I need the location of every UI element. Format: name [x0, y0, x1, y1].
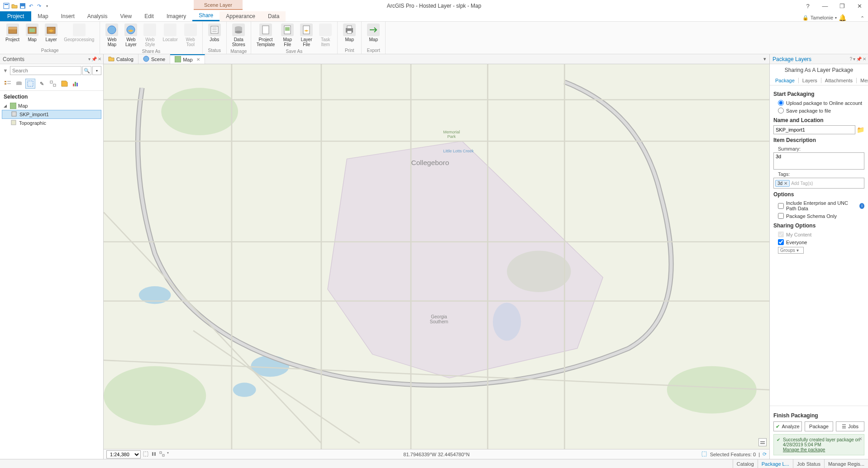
bottom-tab-manage-regis[interactable]: Manage Regis... — [824, 459, 868, 468]
search-icon[interactable]: 🔍 — [82, 66, 91, 75]
status-jobs-button[interactable]: Jobs — [205, 23, 224, 43]
tag-remove-icon[interactable]: ✕ — [784, 181, 787, 186]
svg-rect-68 — [162, 454, 164, 456]
ribbon-group-status-title: Status — [205, 47, 224, 53]
tree-root-map[interactable]: ◢ Map — [2, 102, 101, 110]
radio-upload-online[interactable] — [778, 100, 784, 106]
ribbon-tab-view[interactable]: View — [114, 11, 138, 21]
bottom-tab-job-status[interactable]: Job Status — [793, 459, 824, 468]
manage-datastores-button[interactable]: Data Stores — [229, 23, 248, 48]
share-webmap-button[interactable]: Web Map — [103, 23, 121, 48]
success-close-icon[interactable]: ✕ — [858, 436, 862, 441]
list-by-snapping-icon[interactable] — [48, 79, 58, 89]
list-by-editing-icon[interactable]: ✎ — [37, 79, 47, 89]
user-dropdown-icon[interactable]: ▾ — [835, 16, 837, 20]
search-dropdown-icon[interactable]: ▾ — [92, 66, 101, 75]
info-icon[interactable]: i — [859, 203, 864, 209]
filter-icon[interactable]: ▼ — [2, 66, 9, 75]
contents-close-icon[interactable]: ✕ — [98, 57, 101, 61]
sub-tab-messages[interactable]: Messages — [858, 76, 868, 85]
analyze-button[interactable]: ✔Analyze — [773, 421, 802, 431]
ribbon-collapse-icon[interactable]: ⌃ — [860, 15, 864, 21]
user-name[interactable]: Tamelonie — [811, 15, 833, 20]
package-map-button[interactable]: Map — [23, 23, 41, 43]
radio-save-file[interactable] — [778, 108, 784, 113]
notification-icon[interactable]: 🔔 — [839, 14, 846, 21]
scale-combo[interactable]: 1:24,380 — [106, 450, 141, 459]
list-by-drawing-icon[interactable] — [3, 79, 13, 89]
sub-tab-package[interactable]: Package — [773, 76, 797, 85]
list-by-source-icon[interactable] — [14, 79, 24, 89]
tree-item-skp-import1[interactable]: SKP_import1 — [2, 110, 101, 119]
refresh-icon[interactable]: ⟳ — [763, 451, 767, 457]
bottom-tab-package-layers[interactable]: Package L... — [758, 459, 793, 468]
status-constraint-icon[interactable] — [143, 451, 149, 458]
ribbon-tab-imagery[interactable]: Imagery — [160, 11, 192, 21]
ribbon-tab-edit[interactable]: Edit — [138, 11, 160, 21]
close-icon[interactable]: ✕ — [853, 1, 866, 11]
status-snap-icon[interactable] — [159, 451, 165, 458]
qat-undo-icon[interactable]: ↶ — [27, 2, 34, 9]
tree-item-topographic[interactable]: Topographic — [2, 119, 101, 127]
list-by-charts-icon[interactable] — [71, 79, 81, 89]
list-by-selection-icon[interactable] — [25, 79, 35, 89]
check-enterprise-unc[interactable] — [778, 203, 784, 209]
bottom-tab-catalog[interactable]: Catalog — [733, 459, 758, 468]
tree-caret-icon[interactable]: ◢ — [4, 104, 8, 108]
attribution-icon[interactable] — [758, 438, 767, 446]
saveas-mapfile-button[interactable]: Map File — [278, 23, 296, 48]
export-map-button[interactable]: Map — [364, 23, 382, 43]
minimize-icon[interactable]: — — [818, 1, 832, 11]
view-tab-scene[interactable]: Scene — [138, 54, 170, 64]
ribbon-tab-appearance[interactable]: Appearance — [219, 11, 262, 21]
sub-tab-layers[interactable]: Layers — [800, 76, 820, 85]
package-close-icon[interactable]: ✕ — [863, 57, 866, 61]
contents-pin-icon[interactable]: 📌 — [91, 57, 97, 61]
groups-dropdown[interactable]: Groups ▾ — [778, 247, 804, 254]
sub-tab-attachments[interactable]: Attachments — [822, 76, 855, 85]
tab-close-icon[interactable]: ✕ — [195, 57, 200, 62]
qat-save-icon[interactable] — [19, 2, 26, 9]
status-drop-icon[interactable]: ▾ — [167, 451, 169, 458]
package-help-icon[interactable]: ? — [849, 57, 852, 61]
view-tab-catalog[interactable]: Catalog — [104, 54, 138, 64]
qat-open-icon[interactable] — [11, 2, 18, 9]
ribbon-tab-data[interactable]: Data — [262, 11, 286, 21]
status-pause-icon[interactable] — [151, 451, 157, 458]
package-pin-icon[interactable]: 📌 — [856, 57, 862, 61]
print-map-button[interactable]: Map — [340, 23, 358, 43]
qat-new-icon[interactable] — [3, 2, 10, 9]
maximize-icon[interactable]: ❐ — [835, 1, 849, 11]
view-tab-map[interactable]: Map ✕ — [170, 54, 205, 64]
qat-customize-icon[interactable]: ▾ — [43, 2, 51, 9]
ribbon-tab-share[interactable]: Share — [192, 10, 219, 21]
check-schema-only[interactable] — [778, 213, 784, 219]
help-icon[interactable]: ? — [801, 1, 815, 11]
svg-point-17 — [235, 31, 242, 33]
ribbon-tab-project[interactable]: Project — [0, 11, 31, 21]
map-canvas[interactable]: Collegeboro Georgia Southern Memorial Pa… — [104, 64, 769, 449]
name-input[interactable] — [773, 125, 855, 134]
jobs-button[interactable]: ☰Jobs — [836, 421, 864, 431]
view-tabs-dropdown-icon[interactable]: ▾ — [762, 56, 768, 62]
list-by-labeling-icon[interactable] — [59, 79, 69, 89]
summary-input[interactable]: 3d — [773, 152, 864, 170]
saveas-projecttemplate-button[interactable]: Project Template — [254, 23, 278, 48]
share-weblayer-button[interactable]: Web Layer — [122, 23, 140, 48]
tags-input[interactable]: 3d ✕ Add Tag(s) — [773, 178, 864, 189]
contents-dropdown-icon[interactable]: ▾ — [88, 57, 91, 61]
ribbon-tab-map[interactable]: Map — [31, 11, 54, 21]
ribbon-tab-insert[interactable]: Insert — [55, 11, 81, 21]
browse-folder-icon[interactable]: 📁 — [857, 126, 864, 133]
tag-chip[interactable]: 3d ✕ — [775, 180, 790, 187]
package-project-button[interactable]: Project — [3, 23, 22, 43]
check-everyone[interactable] — [778, 239, 784, 245]
saveas-layerfile-button[interactable]: Layer File — [297, 23, 315, 48]
ribbon-tab-analysis[interactable]: Analysis — [81, 11, 114, 21]
manage-package-link[interactable]: Manage the package — [783, 447, 860, 452]
package-button[interactable]: Package — [805, 421, 833, 431]
contents-search-input[interactable] — [10, 66, 81, 75]
qat-redo-icon[interactable]: ↷ — [35, 2, 43, 9]
package-layer-button[interactable]: Layer — [42, 23, 60, 43]
package-dropdown-icon[interactable]: ▾ — [853, 57, 855, 61]
